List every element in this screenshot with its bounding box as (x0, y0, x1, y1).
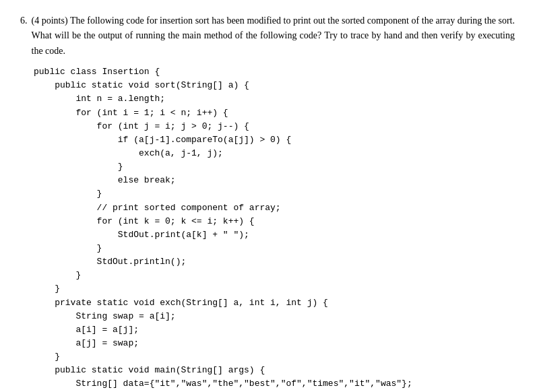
code-line-24: String[] data={"it","was","the","best","… (34, 377, 515, 391)
code-line-4: for (int i = 1; i < n; i++) { (34, 106, 515, 120)
code-line-5: for (int j = i; j > 0; j--) { (34, 120, 515, 133)
code-line-7: exch(a, j-1, j); (34, 147, 515, 160)
code-line-1: public class Insertion { (34, 65, 515, 79)
code-line-15: StdOut.println(); (34, 255, 515, 269)
code-block: public class Insertion { public static v… (34, 65, 515, 392)
code-line-6: if (a[j-1].compareTo(a[j]) > 0) { (34, 133, 515, 147)
code-line-11: // print sorted component of array; (34, 201, 515, 215)
question-description: The following code for insertion sort ha… (32, 15, 515, 56)
question-text: (4 points) The following code for insert… (32, 13, 515, 59)
question-points: (4 points) (32, 15, 68, 26)
code-line-23: public static void main(String[] args) { (34, 364, 515, 377)
code-line-18: private static void exch(String[] a, int… (34, 296, 515, 310)
code-line-16: } (34, 269, 515, 282)
question-header: 6. (4 points) The following code for ins… (20, 13, 515, 59)
code-line-3: int n = a.length; (34, 92, 515, 106)
code-line-9: else break; (34, 174, 515, 187)
question-container: 6. (4 points) The following code for ins… (20, 13, 515, 392)
code-line-14: } (34, 242, 515, 255)
code-line-22: } (34, 350, 515, 364)
code-line-17: } (34, 282, 515, 296)
code-line-12: for (int k = 0; k <= i; k++) { (34, 215, 515, 228)
code-line-21: a[j] = swap; (34, 337, 515, 350)
code-line-10: } (34, 187, 515, 201)
code-line-2: public static void sort(String[] a) { (34, 79, 515, 92)
question-number: 6. (20, 13, 28, 59)
code-line-8: } (34, 160, 515, 174)
code-line-13: StdOut.print(a[k] + " "); (34, 228, 515, 242)
code-line-20: a[i] = a[j]; (34, 323, 515, 337)
code-line-19: String swap = a[i]; (34, 310, 515, 323)
